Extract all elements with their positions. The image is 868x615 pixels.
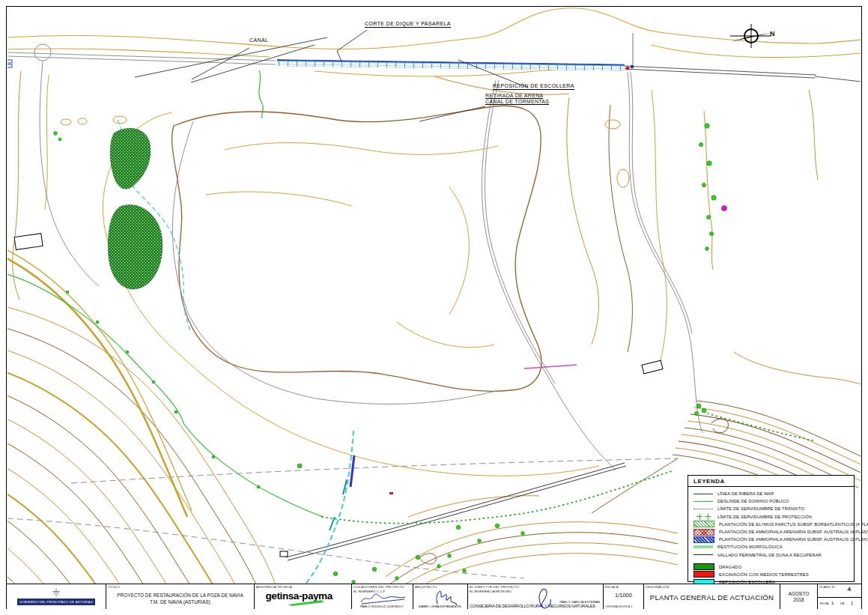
legend-item: EXCAVACIÓN CON MEDIOS TERRESTRES <box>694 571 852 578</box>
contours-right <box>567 90 818 367</box>
escala-note: ORIGINALES EN A-1 <box>605 605 632 608</box>
signature <box>358 592 407 605</box>
structures <box>14 234 663 557</box>
legend-swatch-icon <box>694 521 714 527</box>
designacion-cell: DESIGNACIÓN PLANTA GENERAL DE ACTUACIÓN <box>644 584 780 609</box>
legend-swatch-icon <box>694 563 714 570</box>
legend-swatch-icon <box>694 545 713 548</box>
director-cell: EL DIRECTOR DEL PROYECTO EL INGENIERO AG… <box>468 584 604 609</box>
getinsa-payma-logo: getinsa-payma <box>266 590 341 606</box>
legend-swatch-icon <box>694 529 714 536</box>
hoja-de: DE <box>840 602 845 605</box>
escala-cell: ESCALA 1/1000 ORIGINALES EN A-1 <box>604 584 644 609</box>
legend-item: PLANTACIÓN DE AMMOPHILA ARENARIA SUBSP. … <box>694 536 852 543</box>
escala-value: 1/1000 <box>604 592 643 599</box>
fecha-anio: 2018 <box>793 597 804 603</box>
legend-items: LÍNEA DE RIBERA DE MAR DESLINDE DE DOMIN… <box>688 487 854 586</box>
designacion-value: PLANTA GENERAL DE ACTUACIÓN <box>644 593 780 602</box>
plant-symbols <box>54 124 727 584</box>
legend-item: VALLADO PERIMETRAL DE DUNA A RECUPERAR <box>694 551 852 559</box>
gobierno-bar: GOBIERNO DEL PRINCIPADO DE ASTURIAS <box>17 599 95 605</box>
plano-num: 4 <box>848 586 851 593</box>
title-block: GOBIERNO DEL PRINCIPADO DE ASTURIAS TÍTU… <box>7 584 861 609</box>
legend-swatch-icon <box>694 571 714 578</box>
label-corte-dique: CORTE DE DIQUE Y PASARELA <box>365 21 451 28</box>
escala-label: ESCALA <box>605 585 619 589</box>
designacion-label: DESIGNACIÓN <box>646 585 670 589</box>
legend-item: DESLINDE DE DOMINIO PÚBLICO <box>694 497 852 505</box>
hoja-row: HOJA 1 DE 1 <box>818 598 861 609</box>
legend-swatch-icon <box>694 501 713 502</box>
asistencia-cell: ASISTENCIA TÉCNICA getinsa-payma <box>255 584 352 609</box>
hoja-label: HOJA <box>820 602 828 605</box>
arquitecto-cell: ARQUITECTO ISABEL LEMA ESPASANDÍN <box>413 584 468 609</box>
label-canal: CANAL <box>249 37 268 43</box>
plano-cell: PLANO N° 4 HOJA 1 DE 1 <box>818 584 861 609</box>
fecha-mes: AGOSTO <box>789 591 810 597</box>
legend-title: LEYENDA <box>688 476 854 486</box>
legend-swatch-icon <box>694 514 713 520</box>
label-reposicion-escollera: REPOSICIÓN DE ESCOLLERA <box>493 83 574 90</box>
titulo-cell: TÍTULO PROYECTO DE RESTAURACIÓN DE LA PO… <box>106 584 255 609</box>
legend-item: LÍNEA DE RIBERA DE MAR <box>694 490 852 497</box>
director-label-2: EL INGENIERO AGRÓNOMO <box>470 590 512 593</box>
legend-item: RESTITUCIÓN MORFOLÓGICA <box>694 543 852 551</box>
legend-swatch-icon <box>694 536 714 543</box>
titulo-label: TÍTULO <box>108 585 120 589</box>
dune-contours <box>103 106 599 476</box>
autores-cell: LOS AUTORES DEL PROYECTO EL INGENIERO C.… <box>352 584 413 609</box>
fecha-cell: AGOSTO 2018 <box>780 584 818 609</box>
streams <box>118 120 354 584</box>
legend-item: LÍMITE DE SERVIDUMBRE DE TRÁNSITO <box>694 505 852 512</box>
legend-item: LÍMITE DE SERVIDUMBRE DE PROTECCIÓN <box>694 513 852 521</box>
gobierno-logo: GOBIERNO DEL PRINCIPADO DE ASTURIAS <box>7 584 106 609</box>
compass-icon <box>730 24 771 48</box>
dike-pasarela <box>7 59 634 70</box>
contours-bottom-left <box>7 249 279 584</box>
plano-label: PLANO N° <box>819 585 836 589</box>
director-label-1: EL DIRECTOR DEL PROYECTO <box>470 585 519 589</box>
legend-item: DRAGADO <box>694 563 852 571</box>
magenta-marks <box>524 365 577 369</box>
legend-item: PLANTACIÓN DE ELYMUS FARCTUS SUBSP. BORE… <box>694 521 852 528</box>
autores-label-1: LOS AUTORES DEL PROYECTO <box>353 585 404 589</box>
legend-swatch-icon <box>694 509 713 509</box>
contours-left <box>13 71 127 300</box>
plano-top: PLANO N° 4 <box>818 584 861 598</box>
signature <box>430 586 460 607</box>
project-subtitle: T.M. DE NAVIA (ASTURIAS) <box>150 599 210 605</box>
label-retirada-arena: RETIRADA DE ARENA CANAL DE TORMENTAS <box>485 93 549 105</box>
hoja-total: 1 <box>851 601 853 605</box>
asturias-cross-icon <box>51 588 61 598</box>
legend-item: PLANTACIÓN DE AMMOPHILA ARENARIA SUBSP. … <box>694 528 852 536</box>
hoja-num: 1 <box>831 601 834 605</box>
vallado-line <box>286 463 626 560</box>
legend-box: LEYENDA LÍNEA DE RIBERA DE MAR DESLINDE … <box>688 475 855 582</box>
contours-bottom-middle <box>386 458 678 584</box>
legend-swatch-icon <box>694 494 713 494</box>
plan-sheet: CANAL CORTE DE DIQUE Y PASARELA REPOSICI… <box>0 0 868 615</box>
legend-swatch-icon <box>694 554 713 555</box>
project-title: PROYECTO DE RESTAURACIÓN DE LA POZA DE N… <box>117 593 243 598</box>
signature <box>522 584 556 609</box>
asistencia-label: ASISTENCIA TÉCNICA <box>256 585 292 589</box>
compass-north-label: N <box>770 30 775 37</box>
